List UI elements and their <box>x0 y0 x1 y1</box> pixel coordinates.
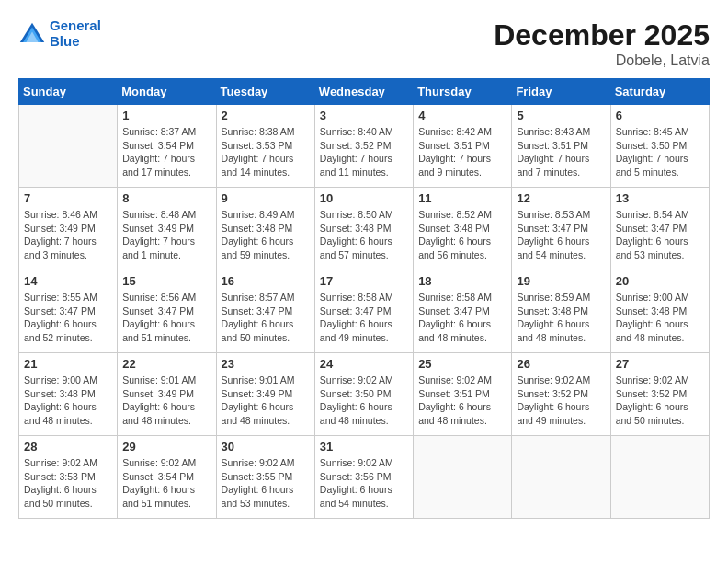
day-number: 20 <box>616 274 704 288</box>
calendar-day-cell: 26Sunrise: 9:02 AM Sunset: 3:52 PM Dayli… <box>512 353 610 436</box>
day-info: Sunrise: 8:55 AM Sunset: 3:47 PM Dayligh… <box>24 291 112 345</box>
calendar-day-cell: 14Sunrise: 8:55 AM Sunset: 3:47 PM Dayli… <box>19 270 118 353</box>
calendar-day-cell: 16Sunrise: 8:57 AM Sunset: 3:47 PM Dayli… <box>216 270 314 353</box>
day-info: Sunrise: 9:02 AM Sunset: 3:52 PM Dayligh… <box>616 373 704 428</box>
day-info: Sunrise: 9:01 AM Sunset: 3:49 PM Dayligh… <box>122 373 210 428</box>
day-info: Sunrise: 8:49 AM Sunset: 3:48 PM Dayligh… <box>222 208 310 262</box>
weekday-header: Saturday <box>610 79 709 105</box>
day-number: 29 <box>122 440 210 454</box>
day-number: 8 <box>122 191 210 205</box>
day-number: 1 <box>122 109 210 122</box>
calendar-day-cell <box>512 436 610 519</box>
day-info: Sunrise: 8:40 AM Sunset: 3:52 PM Dayligh… <box>320 125 408 179</box>
day-info: Sunrise: 9:00 AM Sunset: 3:48 PM Dayligh… <box>24 373 112 428</box>
day-number: 12 <box>517 191 605 205</box>
weekday-header: Monday <box>118 79 216 105</box>
weekday-header: Wednesday <box>314 79 413 105</box>
calendar-day-cell: 15Sunrise: 8:56 AM Sunset: 3:47 PM Dayli… <box>118 270 216 353</box>
calendar-day-cell: 18Sunrise: 8:58 AM Sunset: 3:47 PM Dayli… <box>414 270 512 353</box>
day-number: 22 <box>122 357 210 371</box>
day-number: 25 <box>418 357 506 371</box>
day-info: Sunrise: 8:48 AM Sunset: 3:49 PM Dayligh… <box>122 208 210 262</box>
calendar-week-row: 28Sunrise: 9:02 AM Sunset: 3:53 PM Dayli… <box>19 436 710 519</box>
day-number: 10 <box>320 191 408 205</box>
day-number: 11 <box>418 191 506 205</box>
day-info: Sunrise: 9:02 AM Sunset: 3:53 PM Dayligh… <box>24 456 112 511</box>
calendar-body: 1Sunrise: 8:37 AM Sunset: 3:54 PM Daylig… <box>19 105 710 519</box>
day-number: 4 <box>418 109 506 122</box>
day-number: 15 <box>122 274 210 288</box>
day-info: Sunrise: 9:02 AM Sunset: 3:51 PM Dayligh… <box>418 373 506 428</box>
calendar-day-cell: 23Sunrise: 9:01 AM Sunset: 3:49 PM Dayli… <box>216 353 314 436</box>
day-number: 17 <box>320 274 408 288</box>
calendar-day-cell: 27Sunrise: 9:02 AM Sunset: 3:52 PM Dayli… <box>610 353 709 436</box>
calendar-day-cell: 12Sunrise: 8:53 AM Sunset: 3:47 PM Dayli… <box>512 188 610 270</box>
day-info: Sunrise: 8:53 AM Sunset: 3:47 PM Dayligh… <box>517 208 605 262</box>
calendar-day-cell: 1Sunrise: 8:37 AM Sunset: 3:54 PM Daylig… <box>118 105 216 188</box>
calendar-week-row: 21Sunrise: 9:00 AM Sunset: 3:48 PM Dayli… <box>19 353 710 436</box>
day-info: Sunrise: 9:02 AM Sunset: 3:52 PM Dayligh… <box>517 373 605 428</box>
calendar-day-cell: 28Sunrise: 9:02 AM Sunset: 3:53 PM Dayli… <box>19 436 118 519</box>
calendar-day-cell: 13Sunrise: 8:54 AM Sunset: 3:47 PM Dayli… <box>610 188 709 270</box>
day-number: 14 <box>24 274 112 288</box>
page-header: General Blue December 2025 Dobele, Latvi… <box>18 18 710 69</box>
calendar-day-cell: 5Sunrise: 8:43 AM Sunset: 3:51 PM Daylig… <box>512 105 610 188</box>
logo-text: General Blue <box>50 18 101 49</box>
calendar-day-cell: 9Sunrise: 8:49 AM Sunset: 3:48 PM Daylig… <box>216 188 314 270</box>
day-number: 19 <box>517 274 605 288</box>
weekday-header: Tuesday <box>216 79 314 105</box>
calendar-day-cell: 10Sunrise: 8:50 AM Sunset: 3:48 PM Dayli… <box>314 188 413 270</box>
day-info: Sunrise: 8:52 AM Sunset: 3:48 PM Dayligh… <box>418 208 506 262</box>
calendar-day-cell: 24Sunrise: 9:02 AM Sunset: 3:50 PM Dayli… <box>314 353 413 436</box>
day-number: 28 <box>24 440 112 454</box>
calendar-day-cell: 3Sunrise: 8:40 AM Sunset: 3:52 PM Daylig… <box>314 105 413 188</box>
location: Dobele, Latvia <box>494 52 710 69</box>
day-number: 21 <box>24 357 112 371</box>
day-info: Sunrise: 8:42 AM Sunset: 3:51 PM Dayligh… <box>418 125 506 179</box>
calendar-day-cell: 4Sunrise: 8:42 AM Sunset: 3:51 PM Daylig… <box>414 105 512 188</box>
day-info: Sunrise: 9:02 AM Sunset: 3:54 PM Dayligh… <box>122 456 210 511</box>
calendar-header: SundayMondayTuesdayWednesdayThursdayFrid… <box>19 79 710 105</box>
calendar-day-cell: 31Sunrise: 9:02 AM Sunset: 3:56 PM Dayli… <box>314 436 413 519</box>
calendar-day-cell <box>414 436 512 519</box>
day-info: Sunrise: 8:58 AM Sunset: 3:47 PM Dayligh… <box>418 291 506 345</box>
calendar-day-cell: 2Sunrise: 8:38 AM Sunset: 3:53 PM Daylig… <box>216 105 314 188</box>
day-number: 9 <box>222 191 310 205</box>
day-number: 27 <box>616 357 704 371</box>
day-number: 16 <box>222 274 310 288</box>
day-info: Sunrise: 9:01 AM Sunset: 3:49 PM Dayligh… <box>222 373 310 428</box>
weekday-header: Thursday <box>414 79 512 105</box>
calendar-day-cell: 7Sunrise: 8:46 AM Sunset: 3:49 PM Daylig… <box>19 188 118 270</box>
day-info: Sunrise: 9:02 AM Sunset: 3:50 PM Dayligh… <box>320 373 408 428</box>
title-block: December 2025 Dobele, Latvia <box>494 18 710 69</box>
month-title: December 2025 <box>494 18 710 52</box>
calendar-day-cell: 29Sunrise: 9:02 AM Sunset: 3:54 PM Dayli… <box>118 436 216 519</box>
day-info: Sunrise: 9:02 AM Sunset: 3:55 PM Dayligh… <box>222 456 310 511</box>
logo-icon <box>18 21 46 47</box>
day-number: 30 <box>222 440 310 454</box>
day-number: 6 <box>616 109 704 122</box>
day-info: Sunrise: 9:00 AM Sunset: 3:48 PM Dayligh… <box>616 291 704 345</box>
day-number: 18 <box>418 274 506 288</box>
day-info: Sunrise: 8:45 AM Sunset: 3:50 PM Dayligh… <box>616 125 704 179</box>
calendar-day-cell: 21Sunrise: 9:00 AM Sunset: 3:48 PM Dayli… <box>19 353 118 436</box>
calendar-day-cell: 17Sunrise: 8:58 AM Sunset: 3:47 PM Dayli… <box>314 270 413 353</box>
day-info: Sunrise: 8:38 AM Sunset: 3:53 PM Dayligh… <box>222 125 310 179</box>
day-info: Sunrise: 8:59 AM Sunset: 3:48 PM Dayligh… <box>517 291 605 345</box>
calendar-day-cell <box>610 436 709 519</box>
day-info: Sunrise: 8:56 AM Sunset: 3:47 PM Dayligh… <box>122 291 210 345</box>
calendar-day-cell: 19Sunrise: 8:59 AM Sunset: 3:48 PM Dayli… <box>512 270 610 353</box>
calendar-day-cell <box>19 105 118 188</box>
day-info: Sunrise: 8:46 AM Sunset: 3:49 PM Dayligh… <box>24 208 112 262</box>
calendar-day-cell: 8Sunrise: 8:48 AM Sunset: 3:49 PM Daylig… <box>118 188 216 270</box>
day-info: Sunrise: 8:50 AM Sunset: 3:48 PM Dayligh… <box>320 208 408 262</box>
calendar-day-cell: 25Sunrise: 9:02 AM Sunset: 3:51 PM Dayli… <box>414 353 512 436</box>
day-number: 13 <box>616 191 704 205</box>
calendar-day-cell: 11Sunrise: 8:52 AM Sunset: 3:48 PM Dayli… <box>414 188 512 270</box>
day-number: 31 <box>320 440 408 454</box>
calendar-day-cell: 30Sunrise: 9:02 AM Sunset: 3:55 PM Dayli… <box>216 436 314 519</box>
calendar-week-row: 7Sunrise: 8:46 AM Sunset: 3:49 PM Daylig… <box>19 188 710 270</box>
logo: General Blue <box>18 18 101 49</box>
day-number: 5 <box>517 109 605 122</box>
weekday-header: Friday <box>512 79 610 105</box>
